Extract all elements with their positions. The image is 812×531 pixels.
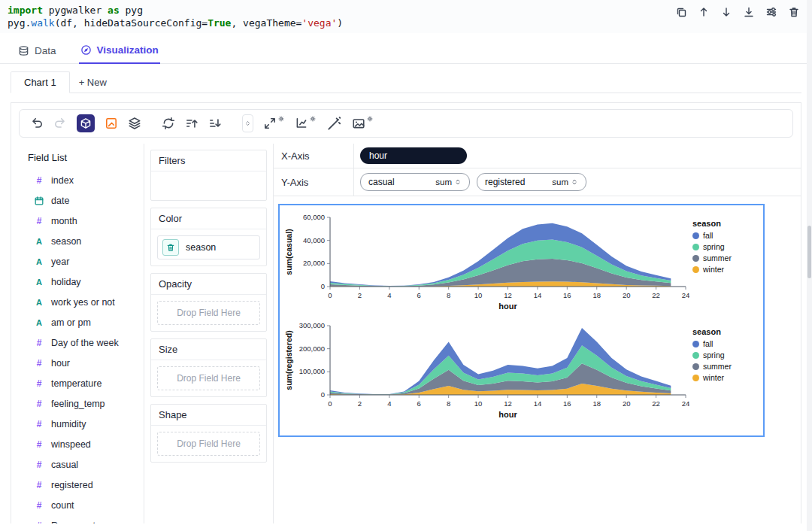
export-image-button[interactable] [352,117,365,130]
legend-title: season [692,327,757,336]
field-item-winspeed[interactable]: #winspeed [11,434,144,454]
legend-swatch [692,232,699,239]
field-item-year[interactable]: Ayear [11,251,144,272]
shape-section: Shape Drop Field Here [150,404,267,463]
field-name: temperature [51,378,102,389]
refresh-button[interactable] [162,117,175,130]
hash-icon: # [34,480,44,490]
shape-dropzone[interactable]: Drop Field Here [157,432,260,456]
legend-swatch [692,255,699,262]
code-text: ) [337,17,343,29]
tile-mode-icon [80,117,92,129]
gear-icon[interactable] [277,115,285,123]
svg-text:4: 4 [387,399,391,408]
aggregation-select[interactable]: sum [435,178,462,187]
chart-canvas[interactable]: 020,00040,00060,000024681012141618202224… [278,204,765,437]
svg-text:16: 16 [563,291,571,299]
delete-icon[interactable] [788,6,800,18]
field-item-work-yes-or-not[interactable]: Awork yes or not [11,292,144,312]
sort-ascending-button[interactable] [185,117,198,130]
tab-chart-1[interactable]: Chart 1 [11,71,70,93]
opacity-dropzone[interactable]: Drop Field Here [157,301,260,325]
field-item-date[interactable]: date [11,190,144,211]
legend-item-winter[interactable]: winter [692,265,757,274]
zoom-stepper-button[interactable] [242,114,253,132]
field-item-holiday[interactable]: Aholiday [11,272,144,292]
download-icon[interactable] [743,6,755,18]
chevron-updown-icon [454,178,462,187]
gear-icon[interactable] [366,115,374,123]
code-bool: True [208,17,231,29]
field-item-temperature[interactable]: #temperature [11,373,144,393]
y-axis-field-chip[interactable]: registered sum [477,173,586,191]
sort-descending-button[interactable] [208,117,222,130]
tab-data[interactable]: Data [17,39,58,63]
legend: seasonfallspringsummerwinter [692,210,757,276]
legend-item-spring[interactable]: spring [692,242,757,251]
x-axis-field-chip[interactable]: hour [360,147,467,164]
x-axis-dropzone[interactable]: hour [354,144,801,168]
field-item-season[interactable]: Aseason [11,231,144,251]
scrollbar-thumb[interactable] [807,226,811,278]
legend-swatch [692,352,699,359]
hash-icon: # [34,520,44,524]
coordinate-system-button[interactable] [295,117,308,130]
x-axis-row: X-Axis hour [274,144,801,168]
code-editor[interactable]: import pygwalker as pyg pyg.walk(df, hid… [8,4,343,29]
field-item-humidity[interactable]: #humidity [11,414,144,434]
legend-item-winter[interactable]: winter [692,373,757,382]
new-chart-button[interactable]: + New [70,72,116,93]
field-item-casual[interactable]: #casual [11,454,144,475]
svg-text:14: 14 [534,291,542,299]
y-axis-dropzone[interactable]: casual sum registered sum [354,168,801,196]
size-dropzone[interactable]: Drop Field Here [157,366,260,390]
legend-item-fall[interactable]: fall [692,339,757,348]
filters-dropzone[interactable] [151,171,266,200]
legend-item-summer[interactable]: summer [692,253,757,262]
legend-swatch [692,244,699,250]
resize-button[interactable] [263,117,277,130]
svg-text:sum(casual): sum(casual) [284,229,293,275]
svg-text:20,000: 20,000 [303,259,325,267]
copy-icon[interactable] [675,6,687,18]
notebook-code-cell[interactable]: import pygwalker as pyg pyg.walk(df, hid… [0,0,812,33]
field-name: registered [51,480,93,490]
gear-icon[interactable] [309,115,317,123]
undo-button[interactable] [30,117,44,130]
hash-icon: # [34,175,44,186]
layers-button[interactable] [128,117,141,130]
field-item-hour[interactable]: #hour [11,353,144,373]
settings-icon[interactable] [765,6,777,18]
legend-label: summer [703,253,732,262]
field-item-row-count[interactable]: #Row count [11,515,144,523]
legend-item-spring[interactable]: spring [692,350,757,360]
y-axis-field-chip[interactable]: casual sum [360,173,470,191]
stacked-area-plot[interactable]: 020,00040,00060,000024681012141618202224… [281,210,691,315]
text-field-icon: A [34,317,44,328]
layers-icon [128,117,141,130]
aggregation-select[interactable]: sum [552,178,578,187]
redo-button[interactable] [53,117,67,130]
trash-icon[interactable] [162,239,179,256]
field-item-day-of-the-week[interactable]: #Day of the week [11,332,144,353]
mark-type-button[interactable] [105,117,118,130]
move-down-icon[interactable] [720,6,732,18]
field-item-registered[interactable]: #registered [11,475,144,495]
move-up-icon[interactable] [698,6,710,18]
field-item-am-or-pm[interactable]: Aam or pm [11,312,144,332]
tab-visualization[interactable]: Visualization [79,39,160,64]
tile-mode-button[interactable] [77,114,95,132]
color-field-chip[interactable]: season [157,235,260,259]
legend-item-summer[interactable]: summer [692,362,757,371]
field-item-count[interactable]: #count [11,495,144,515]
field-item-month[interactable]: #month [11,211,144,231]
legend-item-fall[interactable]: fall [692,231,757,240]
code-line-1: import pygwalker as pyg [8,4,343,17]
magic-wand-button[interactable] [326,116,342,132]
stacked-area-plot[interactable]: 0100,000200,000300,000024681012141618202… [281,318,691,423]
field-item-feeling-temp[interactable]: #feeling_temp [11,393,144,414]
field-item-index[interactable]: #index [11,170,144,190]
color-section: Color season [150,208,267,266]
hash-icon: # [34,216,44,226]
magic-wand-group [326,116,342,132]
